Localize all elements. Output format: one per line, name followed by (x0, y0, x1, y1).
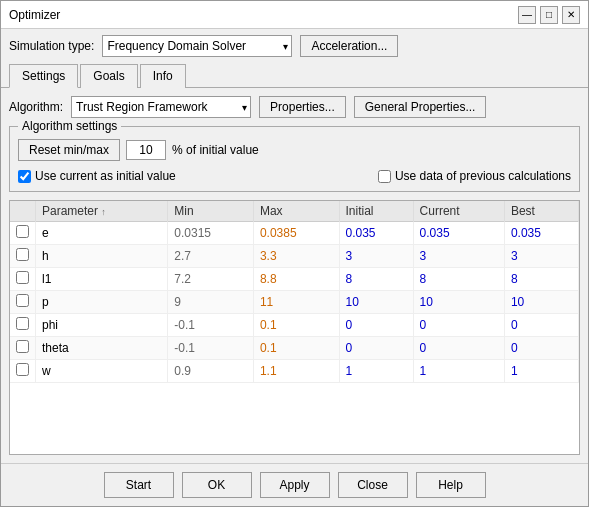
row-checkbox-1[interactable] (16, 248, 29, 261)
algorithm-settings-content: Reset min/max % of initial value Use cur… (18, 139, 571, 183)
algorithm-row: Algorithm: Trust Region Framework Geneti… (9, 96, 580, 118)
table-row: e0.03150.03850.0350.0350.035 (10, 222, 579, 245)
row-min: 9 (168, 291, 254, 314)
col-parameter[interactable]: Parameter ↑ (36, 201, 168, 222)
use-current-label: Use current as initial value (18, 169, 176, 183)
help-button[interactable]: Help (416, 472, 486, 498)
table-row: p911101010 (10, 291, 579, 314)
general-properties-button[interactable]: General Properties... (354, 96, 487, 118)
row-parameter: theta (36, 337, 168, 360)
col-min: Min (168, 201, 254, 222)
col-best: Best (504, 201, 578, 222)
table-header-row: Parameter ↑ Min Max Initial Current Best (10, 201, 579, 222)
row-max: 8.8 (253, 268, 339, 291)
row-checkbox-4[interactable] (16, 317, 29, 330)
tab-settings[interactable]: Settings (9, 64, 78, 88)
percent-input[interactable] (126, 140, 166, 160)
row-checkbox-cell (10, 337, 36, 360)
row-current: 0 (413, 337, 504, 360)
minimize-button[interactable]: — (518, 6, 536, 24)
algorithm-select[interactable]: Trust Region Framework Genetic Algorithm… (71, 96, 251, 118)
row-checkbox-6[interactable] (16, 363, 29, 376)
sort-indicator: ↑ (101, 207, 106, 217)
content-area: Algorithm: Trust Region Framework Geneti… (1, 88, 588, 463)
row-best: 1 (504, 360, 578, 383)
close-button[interactable]: ✕ (562, 6, 580, 24)
row-checkbox-cell (10, 222, 36, 245)
row-checkbox-3[interactable] (16, 294, 29, 307)
row-initial: 0.035 (339, 222, 413, 245)
row-parameter: w (36, 360, 168, 383)
row-max: 11 (253, 291, 339, 314)
algorithm-select-wrapper[interactable]: Trust Region Framework Genetic Algorithm… (71, 96, 251, 118)
title-bar: Optimizer — □ ✕ (1, 1, 588, 29)
row-min: 0.0315 (168, 222, 254, 245)
tab-info[interactable]: Info (140, 64, 186, 88)
row-initial: 0 (339, 314, 413, 337)
row-parameter: l1 (36, 268, 168, 291)
checkbox-row: Use current as initial value Use data of… (18, 169, 571, 183)
tab-goals[interactable]: Goals (80, 64, 137, 88)
row-initial: 8 (339, 268, 413, 291)
simulation-type-wrapper[interactable]: Frequency Domain Solver Time Domain Solv… (102, 35, 292, 57)
algorithm-settings-title: Algorithm settings (18, 119, 121, 133)
row-checkbox-cell (10, 314, 36, 337)
row-checkbox-cell (10, 291, 36, 314)
row-parameter: p (36, 291, 168, 314)
row-best: 0 (504, 314, 578, 337)
row-best: 8 (504, 268, 578, 291)
simulation-type-select[interactable]: Frequency Domain Solver Time Domain Solv… (102, 35, 292, 57)
reset-min-max-button[interactable]: Reset min/max (18, 139, 120, 161)
col-checkbox (10, 201, 36, 222)
row-initial: 10 (339, 291, 413, 314)
row-checkbox-2[interactable] (16, 271, 29, 284)
row-best: 0 (504, 337, 578, 360)
table-row: l17.28.8888 (10, 268, 579, 291)
parameter-table: Parameter ↑ Min Max Initial Current Best… (10, 201, 579, 383)
row-min: 7.2 (168, 268, 254, 291)
start-button[interactable]: Start (104, 472, 174, 498)
simulation-type-label: Simulation type: (9, 39, 94, 53)
col-current: Current (413, 201, 504, 222)
row-max: 3.3 (253, 245, 339, 268)
window-title: Optimizer (9, 8, 60, 22)
row-min: -0.1 (168, 337, 254, 360)
row-current: 3 (413, 245, 504, 268)
algorithm-settings-group: Algorithm settings Reset min/max % of in… (9, 126, 580, 192)
row-min: 0.9 (168, 360, 254, 383)
row-min: -0.1 (168, 314, 254, 337)
row-current: 8 (413, 268, 504, 291)
properties-button[interactable]: Properties... (259, 96, 346, 118)
close-button[interactable]: Close (338, 472, 408, 498)
col-initial: Initial (339, 201, 413, 222)
row-initial: 3 (339, 245, 413, 268)
row-checkbox-cell (10, 268, 36, 291)
percent-label: % of initial value (172, 143, 259, 157)
row-min: 2.7 (168, 245, 254, 268)
ok-button[interactable]: OK (182, 472, 252, 498)
row-best: 10 (504, 291, 578, 314)
table-row: h2.73.3333 (10, 245, 579, 268)
row-current: 1 (413, 360, 504, 383)
use-previous-checkbox[interactable] (378, 170, 391, 183)
row-current: 10 (413, 291, 504, 314)
maximize-button[interactable]: □ (540, 6, 558, 24)
use-current-checkbox[interactable] (18, 170, 31, 183)
row-checkbox-cell (10, 360, 36, 383)
row-checkbox-0[interactable] (16, 225, 29, 238)
row-max: 1.1 (253, 360, 339, 383)
apply-button[interactable]: Apply (260, 472, 330, 498)
row-parameter: phi (36, 314, 168, 337)
parameter-table-container: Parameter ↑ Min Max Initial Current Best… (9, 200, 580, 455)
acceleration-button[interactable]: Acceleration... (300, 35, 398, 57)
row-checkbox-5[interactable] (16, 340, 29, 353)
col-max: Max (253, 201, 339, 222)
row-max: 0.0385 (253, 222, 339, 245)
row-parameter: e (36, 222, 168, 245)
row-max: 0.1 (253, 337, 339, 360)
optimizer-window: Optimizer — □ ✕ Simulation type: Frequen… (0, 0, 589, 507)
row-current: 0.035 (413, 222, 504, 245)
bottom-buttons: Start OK Apply Close Help (1, 463, 588, 506)
table-body: e0.03150.03850.0350.0350.035h2.73.3333l1… (10, 222, 579, 383)
table-row: phi-0.10.1000 (10, 314, 579, 337)
